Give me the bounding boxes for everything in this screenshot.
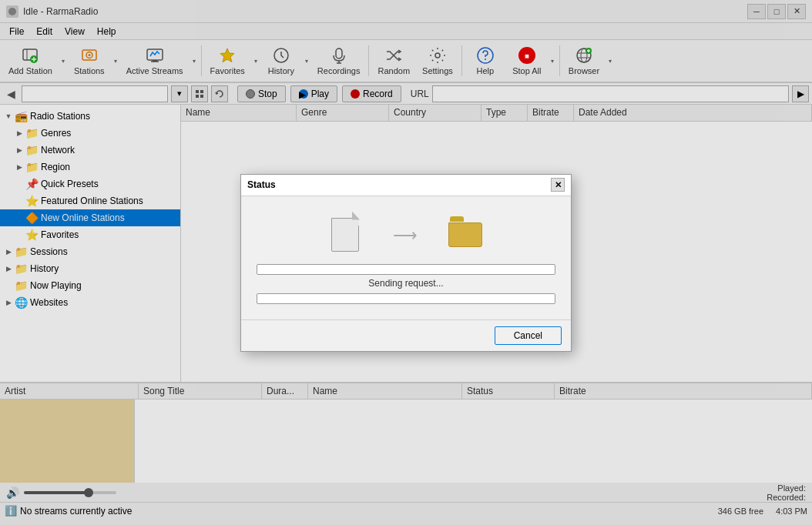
dialog-title-text: Status (247, 179, 276, 190)
progress-bar (257, 264, 555, 275)
progress-line-2 (257, 293, 555, 304)
dialog-body: ⟶ Sending request... (241, 196, 571, 319)
cancel-button[interactable]: Cancel (495, 326, 562, 345)
dialog-close-button[interactable]: ✕ (551, 178, 565, 192)
dialog-footer: Cancel (241, 319, 571, 351)
dialog-title-bar: Status ✕ (241, 175, 571, 196)
dialog-icons: ⟶ (257, 212, 555, 252)
folder-icon (448, 216, 484, 247)
progress-area: Sending request... (257, 264, 555, 304)
status-dialog: Status ✕ ⟶ (240, 174, 572, 352)
progress-text: Sending request... (257, 278, 555, 289)
dialog-overlay: Status ✕ ⟶ (0, 0, 812, 525)
file-icon (328, 212, 362, 252)
transfer-arrow-icon: ⟶ (393, 226, 418, 246)
